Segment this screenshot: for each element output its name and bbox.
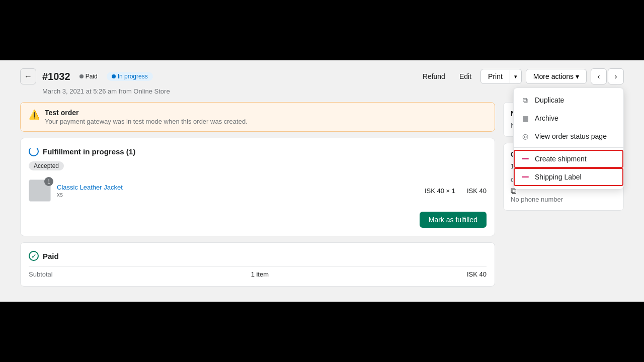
order-number: #1032 xyxy=(42,71,70,82)
more-actions-dropdown: ⧉ Duplicate ▤ Archive ◎ View order statu… xyxy=(513,87,624,190)
dropdown-create-shipment-label: Create shipment xyxy=(535,155,587,163)
no-phone-text: No phone number xyxy=(511,196,616,203)
product-price: ISK 40 × 1 xyxy=(425,187,455,195)
back-button[interactable]: ← xyxy=(20,68,36,84)
header-actions: Refund Edit Print ▾ More actions ▾ ‹ › ⧉… xyxy=(418,68,624,84)
paid-title: Paid xyxy=(43,252,59,260)
alert-title: Test order xyxy=(45,109,248,117)
subtotal-qty: 1 item xyxy=(251,270,269,278)
dropdown-duplicate-label: Duplicate xyxy=(535,96,564,104)
alert-description: Your payment gateway was in test mode wh… xyxy=(45,118,248,125)
product-total: ISK 40 xyxy=(461,187,487,195)
paid-check-icon: ✓ xyxy=(29,251,39,261)
subtotal-amount: ISK 40 xyxy=(467,270,487,278)
dropdown-item-view-status[interactable]: ◎ View order status page xyxy=(514,127,623,145)
more-actions-chevron-icon: ▾ xyxy=(576,72,579,80)
back-arrow-icon: ← xyxy=(24,72,32,81)
dropdown-separator xyxy=(514,147,623,148)
prev-order-button[interactable]: ‹ xyxy=(591,68,607,84)
mark-as-fulfilled-button[interactable]: Mark as fulfilled xyxy=(420,212,487,228)
product-image: 1 xyxy=(29,179,51,202)
dropdown-archive-label: Archive xyxy=(535,114,558,122)
alert-warning-icon: ⚠️ xyxy=(29,109,40,120)
print-split-button: Print ▾ xyxy=(480,69,522,84)
fulfill-button-row: Mark as fulfilled xyxy=(29,212,487,228)
more-actions-button[interactable]: More actions ▾ xyxy=(526,69,587,84)
fulfillment-card: Fulfillment in progress (1) Accepted 1 C… xyxy=(20,138,495,236)
product-quantity-badge: 1 xyxy=(44,177,53,186)
nav-arrows: ‹ › xyxy=(591,68,624,84)
edit-button[interactable]: Edit xyxy=(454,69,476,83)
inprogress-badge: In progress xyxy=(107,72,153,81)
test-order-alert: ⚠️ Test order Your payment gateway was i… xyxy=(20,102,495,132)
product-variant: xs xyxy=(57,191,123,198)
fulfillment-spinner-icon xyxy=(29,146,39,156)
archive-icon: ▤ xyxy=(521,114,530,123)
dropdown-item-duplicate[interactable]: ⧉ Duplicate xyxy=(514,91,623,109)
duplicate-icon: ⧉ xyxy=(521,96,530,105)
refund-button[interactable]: Refund xyxy=(418,69,450,83)
create-shipment-dash-icon xyxy=(521,154,530,163)
eye-icon: ◎ xyxy=(521,132,530,141)
paid-header: ✓ Paid xyxy=(29,251,487,261)
paid-badge: Paid xyxy=(76,72,101,81)
dropdown-item-create-shipment[interactable]: Create shipment xyxy=(514,150,623,168)
more-actions-label: More actions xyxy=(533,72,574,80)
dropdown-view-status-label: View order status page xyxy=(535,132,607,140)
accepted-badge: Accepted xyxy=(29,161,64,170)
left-column: ⚠️ Test order Your payment gateway was i… xyxy=(20,102,495,287)
paid-card: ✓ Paid Subtotal 1 item ISK 40 xyxy=(20,242,495,287)
product-name-link[interactable]: Classic Leather Jacket xyxy=(57,184,123,191)
print-button[interactable]: Print xyxy=(481,69,510,83)
dropdown-item-shipping-label[interactable]: Shipping Label xyxy=(514,168,623,186)
subtotal-label: Subtotal xyxy=(29,270,53,278)
fulfillment-header: Fulfillment in progress (1) xyxy=(29,146,487,156)
alert-content: Test order Your payment gateway was in t… xyxy=(45,109,248,125)
next-order-button[interactable]: › xyxy=(608,68,624,84)
dropdown-shipping-label-label: Shipping Label xyxy=(535,173,582,181)
product-row: 1 Classic Leather Jacket xs ISK 40 × 1 I… xyxy=(29,176,487,205)
product-info: Classic Leather Jacket xs xyxy=(57,183,123,198)
shipping-label-dash-icon xyxy=(521,172,530,182)
fulfillment-title: Fulfillment in progress (1) xyxy=(43,147,135,156)
print-chevron[interactable]: ▾ xyxy=(510,70,521,83)
dropdown-item-archive[interactable]: ▤ Archive xyxy=(514,109,623,127)
subtotal-row: Subtotal 1 item ISK 40 xyxy=(29,266,487,278)
